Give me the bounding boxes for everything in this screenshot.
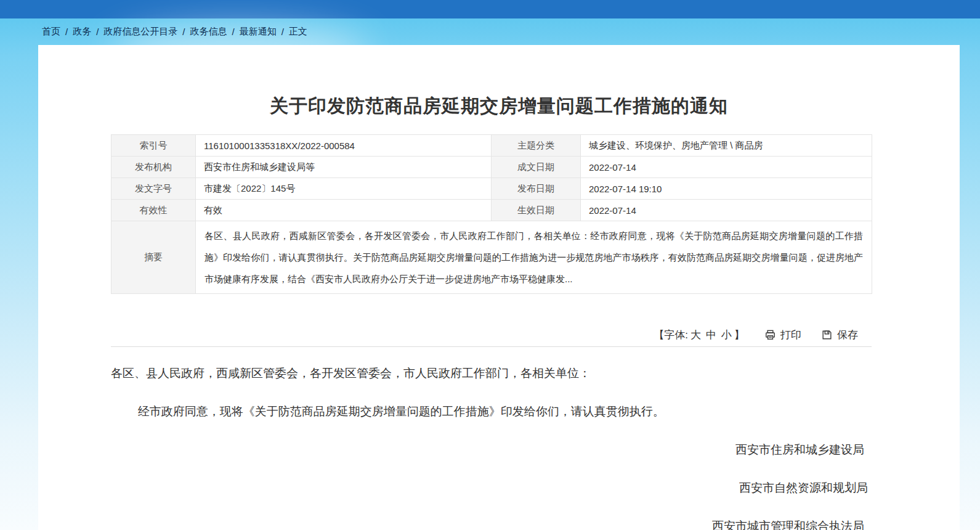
font-size-suffix: 】: [734, 328, 745, 342]
signature-line: 西安市城市管理和综合执法局: [111, 518, 872, 530]
topic-category-label: 主题分类: [492, 135, 581, 157]
font-size-small-button[interactable]: 小: [721, 328, 732, 342]
signature-line: 西安市住房和城乡建设局: [111, 442, 872, 458]
validity-label: 有效性: [111, 200, 196, 221]
issuing-agency-value: 西安市住房和城乡建设局等: [196, 157, 492, 178]
table-row: 索引号 1161010001335318XX/2022-000584 主题分类 …: [111, 135, 872, 157]
save-label: 保存: [837, 328, 858, 342]
effective-date-value: 2022-07-14: [581, 200, 872, 221]
effective-date-label: 生效日期: [492, 200, 581, 221]
document-number-label: 发文字号: [111, 178, 196, 200]
document-panel: 关于印发防范商品房延期交房增量问题工作措施的通知 索引号 11610100013…: [38, 45, 960, 530]
save-icon: [821, 329, 833, 341]
breadcrumb-separator: /: [232, 26, 235, 37]
font-size-medium-button[interactable]: 中: [706, 328, 716, 342]
print-label: 打印: [780, 328, 801, 342]
validity-value: 有效: [196, 200, 492, 221]
print-button[interactable]: 打印: [764, 328, 801, 342]
signature-line: 西安市自然资源和规划局: [111, 480, 872, 496]
breadcrumb-separator: /: [96, 26, 99, 37]
breadcrumb-info-catalog[interactable]: 政府信息公开目录: [103, 26, 177, 38]
written-date-value: 2022-07-14: [581, 157, 872, 178]
breadcrumb-latest-notice[interactable]: 最新通知: [240, 26, 277, 38]
breadcrumb: 首页 / 政务 / 政府信息公开目录 / 政务信息 / 最新通知 / 正文: [0, 18, 980, 45]
breadcrumb-separator: /: [281, 26, 284, 37]
section-divider: [111, 346, 872, 347]
publish-date-value: 2022-07-14 19:10: [581, 178, 872, 200]
font-size-large-button[interactable]: 大: [690, 328, 701, 342]
body-paragraph: 经市政府同意，现将《关于防范商品房延期交房增量问题的工作措施》印发给你们，请认真…: [111, 404, 872, 420]
index-number-value: 1161010001335318XX/2022-000584: [196, 135, 492, 157]
breadcrumb-zhengwu[interactable]: 政务: [73, 26, 91, 38]
table-row: 发文字号 市建发〔2022〕145号 发布日期 2022-07-14 19:10: [111, 178, 872, 200]
body-paragraph: 各区、县人民政府，西咸新区管委会，各开发区管委会，市人民政府工作部门，各相关单位…: [111, 365, 872, 381]
issuing-agency-label: 发布机构: [111, 157, 196, 178]
summary-text: 各区、县人民政府，西咸新区管委会，各开发区管委会，市人民政府工作部门，各相关单位…: [196, 221, 872, 294]
topic-category-value: 城乡建设、环境保护、房地产管理 \ 商品房: [581, 135, 872, 157]
breadcrumb-current: 正文: [289, 26, 307, 38]
save-button[interactable]: 保存: [821, 328, 858, 342]
font-size-control: 【字体: 大 中 小 】: [654, 328, 745, 342]
document-info-table: 索引号 1161010001335318XX/2022-000584 主题分类 …: [111, 134, 872, 294]
index-number-label: 索引号: [111, 135, 196, 157]
table-row: 发布机构 西安市住房和城乡建设局等 成文日期 2022-07-14: [111, 157, 872, 178]
font-size-prefix: 【字体:: [654, 328, 688, 342]
document-toolbar: 【字体: 大 中 小 】 打印 保存: [111, 328, 872, 342]
table-row: 有效性 有效 生效日期 2022-07-14: [111, 200, 872, 221]
top-nav-bar: [0, 0, 980, 18]
printer-icon: [764, 329, 776, 341]
breadcrumb-zhengwu-info[interactable]: 政务信息: [190, 26, 227, 38]
table-row-summary: 摘要 各区、县人民政府，西咸新区管委会，各开发区管委会，市人民政府工作部门，各相…: [111, 221, 872, 294]
breadcrumb-home[interactable]: 首页: [42, 26, 60, 38]
document-number-value: 市建发〔2022〕145号: [196, 178, 492, 200]
page-title: 关于印发防范商品房延期交房增量问题工作措施的通知: [38, 45, 960, 119]
breadcrumb-separator: /: [182, 26, 185, 37]
document-body: 各区、县人民政府，西咸新区管委会，各开发区管委会，市人民政府工作部门，各相关单位…: [111, 365, 872, 530]
breadcrumb-separator: /: [65, 26, 68, 37]
summary-label: 摘要: [111, 221, 196, 294]
written-date-label: 成文日期: [492, 157, 581, 178]
publish-date-label: 发布日期: [492, 178, 581, 200]
